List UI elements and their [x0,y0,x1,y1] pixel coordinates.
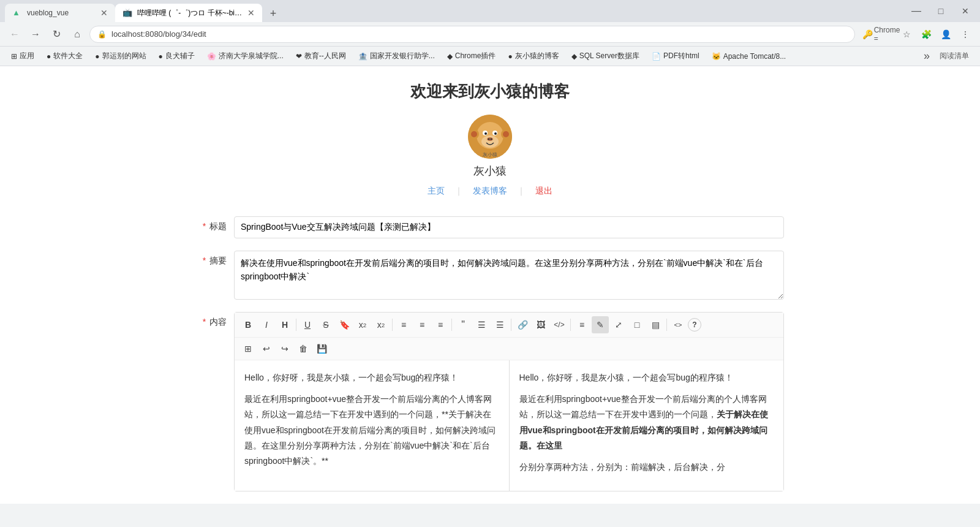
bookmarks-overflow-button[interactable]: » [921,50,932,63]
toolbar-fullscreen-split[interactable]: ⤢ [610,316,627,333]
toolbar-image[interactable]: 🖼 [532,316,549,333]
toolbar-align-center[interactable]: ≡ [413,316,431,333]
toolbar-ol[interactable]: ☰ [491,316,508,333]
editor-wrap: B I H U S 🔖 x2 x2 ≡ ≡ ≡ " [234,312,784,491]
site-header: 欢迎来到灰小猿的博客 [0,66,980,216]
home-link[interactable]: 主页 [418,186,454,197]
maximize-button[interactable]: □ [931,4,951,18]
toolbar-delete[interactable]: 🗑 [295,340,312,357]
bookmark-education-label: 教育--人民网 [304,51,346,61]
minimize-button[interactable]: — [907,4,926,18]
extensions-icon[interactable]: 🧩 [918,26,935,43]
avatar-image: 灰小猿 [468,115,512,159]
bookmark-pdf[interactable]: 📄 PDF转html [647,49,704,64]
editor-pane-left[interactable]: Hello，你好呀，我是灰小猿，一个超会写bug的程序猿！ 最近在利用sprin… [235,360,510,491]
toolbar-undo[interactable]: ↩ [258,340,275,357]
bookmark-software[interactable]: ● 软件大全 [42,49,88,64]
summary-textarea[interactable]: 解决在使用vue和springboot在开发前后端分离的项目时，如何解决跨域问题… [234,251,784,300]
toolbar-code-block[interactable]: <> [669,316,687,333]
bookmark-chrome-plugin-label: Chrome插件 [455,51,496,61]
refresh-button[interactable]: ↻ [48,26,65,43]
title-input[interactable] [234,216,784,238]
editor-toolbar-2: ⊞ ↩ ↪ 🗑 💾 [235,338,783,360]
address-input[interactable] [111,29,847,39]
toolbar-help[interactable]: ? [688,318,701,332]
toolbar-align-left[interactable]: ≡ [395,316,412,333]
svg-point-5 [503,131,509,137]
tab-bilibili[interactable]: 📺 哔哩哔哩 (゜-゜)つロ 千杯~-bili... ✕ [115,4,262,22]
reading-mode-button[interactable]: 阅读清单 [935,51,974,61]
toolbar-expand[interactable]: □ [628,316,646,333]
toolbar-sep-3 [451,319,452,331]
toolbar-redo[interactable]: ↪ [276,340,293,357]
vueblog-favicon: ▲ [12,8,22,18]
bookmark-software-label: 软件大全 [53,51,83,61]
bookmark-liangquan[interactable]: ● 良犬辅子 [154,49,200,64]
toolbar-highlight[interactable]: ✎ [592,316,609,333]
content-required: * [203,317,206,327]
tab-bilibili-title: 哔哩哔哩 (゜-゜)つロ 千杯~-bili... [137,8,243,18]
toolbar-align-right[interactable]: ≡ [432,316,449,333]
bookmark-star-icon[interactable]: ☆ [898,26,915,43]
bookmark-grey-monkey[interactable]: ● 灰小猿的博客 [503,49,564,64]
profile-icon[interactable]: 👤 [937,26,954,43]
toolbar-sep-6 [666,319,667,331]
bookmark-guo[interactable]: ● 郭运别的网站 [90,49,151,64]
bank-icon: 🏦 [358,52,368,61]
toolbar-more[interactable]: ≡ [573,316,590,333]
toolbar-bookmark[interactable]: 🔖 [336,316,353,333]
tab-vueblog[interactable]: ▲ vueblog_vue ✕ [5,4,115,22]
svg-point-9 [484,132,487,135]
tab-vueblog-close[interactable]: ✕ [100,8,108,18]
toolbar-italic[interactable]: I [258,316,275,333]
bookmark-apps[interactable]: ⊞ 应用 [6,49,39,64]
bookmark-sql[interactable]: ◆ SQL Server数据库 [567,49,644,64]
toolbar-bold[interactable]: B [239,316,257,333]
toolbar-table[interactable]: ⊞ [239,340,257,357]
toolbar-underline[interactable]: U [299,316,316,333]
toolbar-heading[interactable]: H [276,316,293,333]
tomcat-icon: 🐱 [712,52,721,61]
menu-icon[interactable]: ⋮ [957,26,974,43]
toolbar-save[interactable]: 💾 [313,340,330,357]
toolbar-sep-1 [296,319,296,331]
bookmark-education[interactable]: ❤ 教育--人民网 [291,49,351,64]
bookmark-chrome-plugin[interactable]: ◆ Chrome插件 [442,49,501,64]
lock-icon: 🔒 [97,30,107,39]
logout-link[interactable]: 退出 [526,186,562,197]
bookmark-grey-monkey-label: 灰小猿的博客 [515,51,559,61]
editor-body: Hello，你好呀，我是灰小猿，一个超会写bug的程序猿！ 最近在利用sprin… [235,360,783,491]
bookmark-sql-label: SQL Server数据库 [579,51,639,61]
svg-point-13 [491,138,492,140]
bilibili-favicon: 📺 [123,8,132,18]
summary-required: * [203,256,206,265]
close-button[interactable]: ✕ [956,4,975,18]
bookmark-jinan[interactable]: 🌸 济南大学泉城学院... [202,49,288,64]
browser-frame: ▲ vueblog_vue ✕ 📺 哔哩哔哩 (゜-゜)つロ 千杯~-bili.… [0,0,980,527]
toolbar-ul[interactable]: ☰ [473,316,490,333]
avatar-svg: 灰小猿 [468,115,512,159]
back-button[interactable]: ← [6,26,23,43]
toolbar-split-view[interactable]: ▤ [647,316,664,333]
avatar: 灰小猿 [468,115,512,159]
highlight-icon: ✎ [597,320,604,330]
content-row: * 内容 B I H U S 🔖 x2 x2 [196,312,784,491]
jinan-icon: 🌸 [207,52,216,61]
right-p3: 分别分享两种方法，分别为：前端解决，后台解决，分 [519,460,774,475]
tab-bilibili-close[interactable]: ✕ [247,8,255,18]
toolbar-link[interactable]: 🔗 [514,316,531,333]
toolbar-quote[interactable]: " [454,316,472,333]
toolbar-subscript[interactable]: x2 [372,316,390,333]
tab-vueblog-title: vueblog_vue [27,9,96,17]
zoom-icon[interactable]: Chrome = [878,26,895,43]
bookmark-tomcat[interactable]: 🐱 Apache Tomcat/8... [707,49,791,64]
new-tab-button[interactable]: + [265,5,282,22]
home-button[interactable]: ⌂ [69,26,86,43]
window-controls: — □ ✕ [907,4,975,18]
toolbar-strike[interactable]: S [317,316,334,333]
forward-button[interactable]: → [27,26,44,43]
toolbar-superscript[interactable]: x2 [354,316,371,333]
publish-link[interactable]: 发表博客 [463,186,517,197]
toolbar-code-inline[interactable]: </> [551,316,568,333]
bookmark-bank[interactable]: 🏦 国家开发银行助学... [353,49,440,64]
